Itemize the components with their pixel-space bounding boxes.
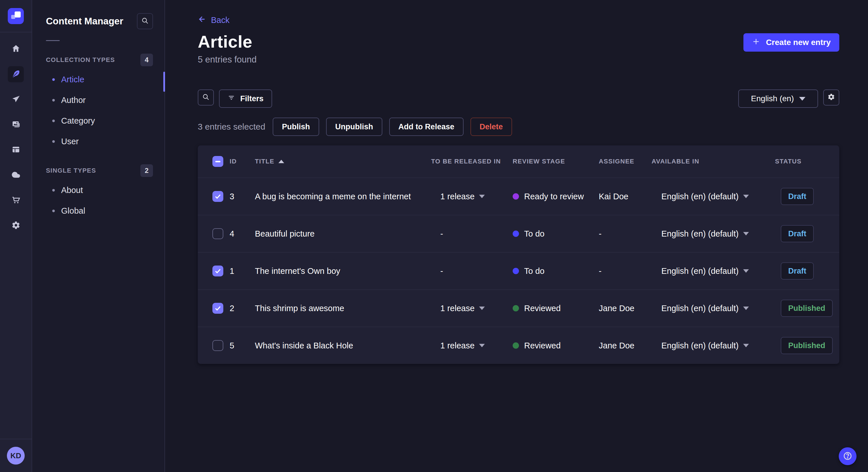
release-caret[interactable] xyxy=(479,344,485,347)
row-assignee: Kai Doe xyxy=(599,192,652,201)
home-icon xyxy=(11,44,20,54)
table-row[interactable]: 2 This shrimp is awesome 1 release Revie… xyxy=(198,289,839,327)
gear-icon xyxy=(11,221,20,231)
locale-caret[interactable] xyxy=(743,232,749,235)
row-checkbox[interactable] xyxy=(212,340,223,351)
locale-caret[interactable] xyxy=(743,195,749,198)
status-badge: Published xyxy=(781,300,833,317)
row-checkbox[interactable] xyxy=(212,303,223,314)
row-checkbox[interactable] xyxy=(212,266,223,276)
indeterminate-icon xyxy=(215,161,220,162)
strapi-logo[interactable] xyxy=(8,8,24,24)
selection-count: 3 entries selected xyxy=(198,122,265,132)
entries-table: ID TITLE TO BE RELEASED IN REVIEW STAGE … xyxy=(198,145,839,364)
content-manager-subnav: Content Manager COLLECTION TYPES 4 Artic… xyxy=(32,0,165,472)
nav-marketplace[interactable] xyxy=(8,193,24,208)
row-checkbox[interactable] xyxy=(212,228,223,239)
pictures-icon xyxy=(11,120,20,130)
locale-caret[interactable] xyxy=(743,269,749,273)
delete-button[interactable]: Delete xyxy=(470,117,512,136)
table-body: 3 A bug is becoming a meme on the intern… xyxy=(198,177,839,364)
row-title: This shrimp is awesome xyxy=(255,304,431,313)
release-caret[interactable] xyxy=(479,307,485,310)
row-checkbox[interactable] xyxy=(212,191,223,202)
gear-icon xyxy=(828,93,835,102)
row-release: 1 release xyxy=(431,192,513,201)
back-link[interactable]: Back xyxy=(198,15,229,26)
single-types-count-badge: 2 xyxy=(141,164,153,177)
sidebar-item-about[interactable]: About xyxy=(32,180,164,200)
create-new-entry-button[interactable]: Create new entry xyxy=(743,33,839,52)
release-caret[interactable] xyxy=(479,195,485,198)
bullet-icon xyxy=(52,189,55,192)
sidebar-item-author[interactable]: Author xyxy=(32,90,164,110)
locale-select[interactable]: English (en) xyxy=(738,90,818,108)
locale-caret[interactable] xyxy=(743,344,749,347)
subnav-search-button[interactable] xyxy=(137,13,153,29)
help-button[interactable] xyxy=(839,447,857,465)
bullet-icon xyxy=(52,140,55,143)
nav-content-type-builder[interactable] xyxy=(8,142,24,158)
unpublish-button[interactable]: Unpublish xyxy=(326,117,382,136)
row-available-in: English (en) (default) xyxy=(652,192,775,201)
column-header-review-stage: REVIEW STAGE xyxy=(513,158,599,165)
nav-deploy[interactable] xyxy=(8,167,24,183)
row-assignee: - xyxy=(599,229,652,239)
filters-button[interactable]: Filters xyxy=(219,90,272,108)
section-label-single-types: SINGLE TYPES xyxy=(46,167,96,174)
paper-plane-icon xyxy=(11,95,20,105)
nav-media-library[interactable] xyxy=(8,117,24,133)
sidebar-item-article[interactable]: Article xyxy=(32,69,164,90)
table-row[interactable]: 3 A bug is becoming a meme on the intern… xyxy=(198,177,839,215)
question-circle-icon xyxy=(843,451,852,462)
select-all-checkbox[interactable] xyxy=(212,156,223,167)
list-search-button[interactable] xyxy=(198,90,214,105)
section-label-collection-types: COLLECTION TYPES xyxy=(46,56,115,64)
nav-content-manager[interactable] xyxy=(8,66,24,82)
locale-caret[interactable] xyxy=(743,307,749,310)
nav-releases[interactable] xyxy=(8,92,24,107)
row-status: Draft xyxy=(775,188,833,205)
stage-dot xyxy=(513,231,519,237)
row-title: A bug is becoming a meme on the internet xyxy=(255,192,431,201)
row-id: 4 xyxy=(229,229,255,239)
cloud-icon xyxy=(11,170,20,180)
table-header-row: ID TITLE TO BE RELEASED IN REVIEW STAGE … xyxy=(198,145,839,177)
layout-icon xyxy=(11,145,20,155)
sidebar-item-user[interactable]: User xyxy=(32,131,164,152)
add-to-release-button[interactable]: Add to Release xyxy=(389,117,464,136)
row-id: 1 xyxy=(229,266,255,276)
table-row[interactable]: 5 What's inside a Black Hole 1 release R… xyxy=(198,327,839,364)
check-icon xyxy=(214,305,222,312)
search-icon xyxy=(141,17,149,26)
row-title: Beautiful picture xyxy=(255,229,431,239)
sidebar-item-category[interactable]: Category xyxy=(32,110,164,131)
table-row[interactable]: 1 The internet's Own boy - To do - Engli… xyxy=(198,252,839,289)
row-assignee: Jane Doe xyxy=(599,341,652,350)
view-settings-button[interactable] xyxy=(823,90,839,105)
column-header-available-in: AVAILABLE IN xyxy=(652,158,775,165)
sidebar-item-global[interactable]: Global xyxy=(32,200,164,221)
stage-dot xyxy=(513,268,519,274)
row-review-stage: Ready to review xyxy=(513,192,599,201)
chevron-down-icon xyxy=(799,97,805,101)
filter-icon xyxy=(228,94,235,103)
subnav-divider xyxy=(46,40,60,41)
user-avatar[interactable]: KD xyxy=(7,447,25,465)
table-row[interactable]: 4 Beautiful picture - To do - English (e… xyxy=(198,215,839,252)
collection-types-count-badge: 4 xyxy=(141,54,153,66)
arrow-left-icon xyxy=(198,15,206,26)
app-logo-section xyxy=(0,0,32,32)
row-assignee: - xyxy=(599,266,652,276)
column-header-id: ID xyxy=(229,158,255,165)
status-badge: Published xyxy=(781,337,833,354)
publish-button[interactable]: Publish xyxy=(273,117,319,136)
row-available-in: English (en) (default) xyxy=(652,266,775,276)
column-header-title[interactable]: TITLE xyxy=(255,158,431,165)
subnav-title: Content Manager xyxy=(46,16,123,27)
column-header-assignee: ASSIGNEE xyxy=(599,158,652,165)
cart-icon xyxy=(11,196,20,206)
nav-home[interactable] xyxy=(8,41,24,57)
nav-settings[interactable] xyxy=(8,217,24,234)
row-review-stage: Reviewed xyxy=(513,304,599,313)
